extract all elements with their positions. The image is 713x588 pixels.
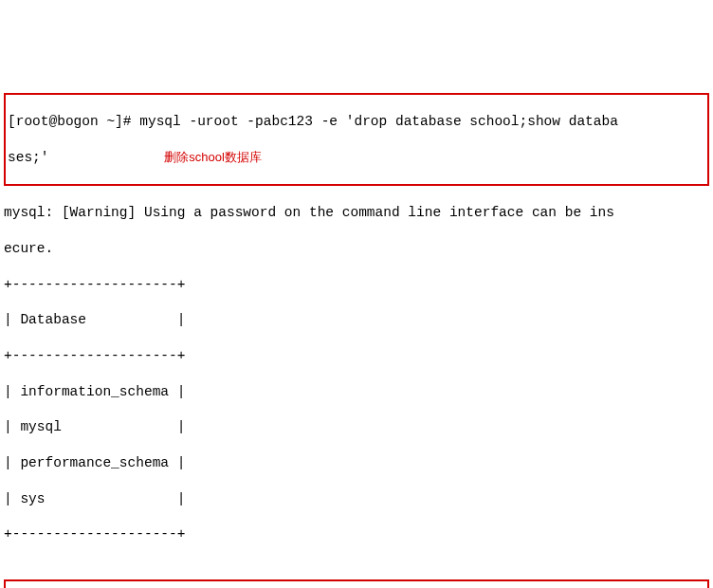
annotation-drop-db: 删除school数据库 xyxy=(164,150,262,164)
terminal-line: mysql: [Warning] Using a password on the… xyxy=(4,204,709,222)
table-border: +--------------------+ xyxy=(4,276,709,294)
create-database-command-box: [root@bogon ~]# mysql -uroot -pabc123 -e… xyxy=(4,579,709,588)
terminal-line: [root@bogon ~]# mysql -uroot -pabc123 -e… xyxy=(8,113,705,131)
terminal-line: ecure. xyxy=(4,240,709,258)
table-border: +--------------------+ xyxy=(4,525,709,543)
table-row: | information_schema | xyxy=(4,383,709,401)
drop-database-command-box: [root@bogon ~]# mysql -uroot -pabc123 -e… xyxy=(4,93,709,186)
table-border: +--------------------+ xyxy=(4,347,709,365)
table-row: | sys | xyxy=(4,490,709,508)
table-row: | performance_schema | xyxy=(4,454,709,472)
table-header: | Database | xyxy=(4,311,709,329)
terminal-line: ses;' 删除school数据库 xyxy=(8,149,705,167)
table-row: | mysql | xyxy=(4,418,709,436)
